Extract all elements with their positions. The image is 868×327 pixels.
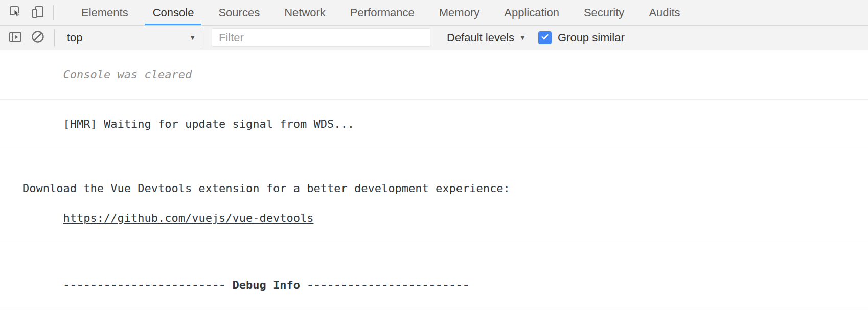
inspect-cursor-icon xyxy=(8,5,22,20)
toolbar-divider xyxy=(201,29,201,46)
tab-memory[interactable]: Memory xyxy=(427,0,492,25)
console-sidebar-toggle-button[interactable] xyxy=(4,27,27,49)
inspect-element-button[interactable] xyxy=(4,2,27,24)
log-levels-dropdown[interactable]: Default levels ▼ xyxy=(447,31,526,44)
group-similar-control: Group similar xyxy=(538,31,625,44)
tabbar-divider xyxy=(53,5,54,20)
tab-elements[interactable]: Elements xyxy=(69,0,141,25)
filter-input[interactable] xyxy=(212,28,430,47)
vue-devtools-log-message: Download the Vue Devtools extension for … xyxy=(0,149,868,243)
tab-network[interactable]: Network xyxy=(272,0,338,25)
command-name-message: Command Name: get xyxy=(0,310,868,327)
hmr-log-message: [HMR] Waiting for update signal from WDS… xyxy=(0,100,868,149)
group-similar-checkbox[interactable] xyxy=(538,31,552,44)
execution-context-value: top xyxy=(67,31,83,44)
debug-info-header-message: ------------------------ Debug Info ----… xyxy=(0,243,868,310)
tab-audits[interactable]: Audits xyxy=(636,0,692,25)
device-toolbar-icon xyxy=(31,5,45,20)
log-levels-label: Default levels xyxy=(447,31,514,44)
checkmark-icon xyxy=(540,32,550,44)
console-sidebar-icon xyxy=(8,30,22,45)
devtools-window: Elements Console Sources Network Perform… xyxy=(0,0,868,327)
console-cleared-message: Console was cleared xyxy=(0,50,868,100)
tab-security[interactable]: Security xyxy=(572,0,636,25)
devtools-tabbar: Elements Console Sources Network Perform… xyxy=(0,0,868,26)
chevron-down-icon: ▼ xyxy=(189,34,196,41)
tab-application[interactable]: Application xyxy=(492,0,572,25)
toolbar-divider xyxy=(54,29,55,46)
panel-tabs: Elements Console Sources Network Perform… xyxy=(69,0,693,25)
vue-devtools-text: Download the Vue Devtools extension for … xyxy=(22,181,863,196)
tab-performance[interactable]: Performance xyxy=(338,0,427,25)
tab-console[interactable]: Console xyxy=(141,0,207,25)
group-similar-label[interactable]: Group similar xyxy=(558,31,625,44)
tab-sources[interactable]: Sources xyxy=(206,0,272,25)
execution-context-dropdown[interactable]: top ▼ xyxy=(67,31,196,44)
vue-devtools-link[interactable]: https://github.com/vuejs/vue-devtools xyxy=(63,212,313,224)
clear-console-button[interactable] xyxy=(27,27,49,49)
device-toolbar-button[interactable] xyxy=(27,2,49,24)
console-toolbar: top ▼ Default levels ▼ Group similar xyxy=(0,26,868,50)
console-messages-pane: Console was cleared [HMR] Waiting for up… xyxy=(0,50,868,327)
clear-console-icon xyxy=(31,30,45,45)
chevron-down-icon: ▼ xyxy=(519,34,526,41)
